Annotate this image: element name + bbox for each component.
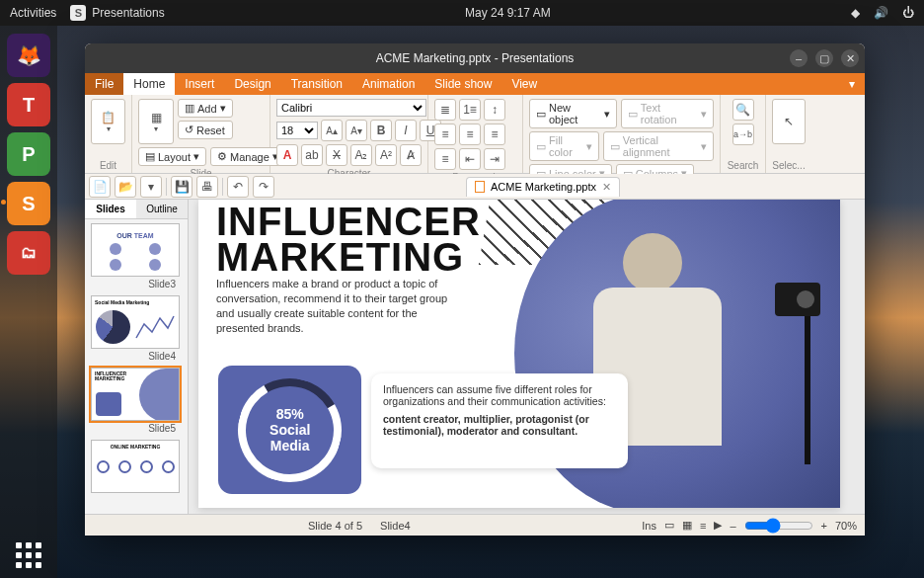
- thumbnails-list[interactable]: OUR TEAM Slide3 Social Media Marketing S…: [85, 219, 188, 514]
- superscript-button[interactable]: A²: [375, 144, 397, 166]
- show-apps-button[interactable]: [0, 542, 57, 568]
- stat-box[interactable]: 85%SocialMedia: [218, 366, 361, 494]
- network-icon[interactable]: ◆: [851, 6, 860, 20]
- ribbon: 📋▾ Edit ▦▾ ▥ Add ▾ ↺ Reset ▤ Layout ▾ ⚙ …: [85, 95, 865, 174]
- qa-open-button[interactable]: 📂: [115, 176, 136, 198]
- zoom-slider[interactable]: [744, 518, 813, 534]
- zoom-out-button[interactable]: –: [730, 520, 735, 532]
- close-tab-icon[interactable]: ✕: [602, 181, 611, 194]
- doc-icon: [475, 181, 485, 193]
- strikethrough-button[interactable]: X: [326, 144, 347, 166]
- clock[interactable]: May 24 9:17 AM: [465, 6, 551, 20]
- font-size-select[interactable]: 18: [276, 122, 318, 139]
- dock-textmaker-icon[interactable]: T: [7, 83, 50, 126]
- description-box[interactable]: Influencers can assume five different ro…: [371, 373, 628, 468]
- qa-undo-button[interactable]: ↶: [227, 176, 249, 198]
- grow-font-button[interactable]: A▴: [321, 120, 343, 141]
- shrink-font-button[interactable]: A▾: [346, 120, 367, 141]
- desc-line-2: content creator, multiplier, protagonist…: [383, 413, 616, 437]
- menu-animation[interactable]: Animation: [352, 73, 424, 95]
- active-app-name: Presentations: [92, 6, 164, 20]
- dock-files-icon[interactable]: 🗂: [7, 231, 50, 275]
- tab-slides[interactable]: Slides: [85, 200, 136, 218]
- add-slide-button[interactable]: ▥ Add ▾: [178, 99, 233, 118]
- fill-color-button[interactable]: ▭ Fill color ▾: [529, 131, 599, 161]
- indent-inc-button[interactable]: ⇥: [484, 148, 505, 170]
- align-right-button[interactable]: ≡: [484, 124, 505, 145]
- person-head: [623, 233, 682, 292]
- new-slide-button[interactable]: ▦▾: [138, 99, 174, 144]
- menu-dropdown[interactable]: ▾: [839, 73, 865, 95]
- numbering-button[interactable]: 1≡: [459, 99, 481, 121]
- bullets-button[interactable]: ≣: [434, 99, 456, 121]
- clear-format-button[interactable]: A̷: [400, 144, 422, 166]
- zoom-in-button[interactable]: +: [821, 520, 827, 532]
- current-slide[interactable]: INFLUENCERMARKETING Influencers make a b…: [198, 200, 840, 508]
- replace-button[interactable]: a→b: [732, 124, 754, 145]
- menu-transition[interactable]: Transition: [281, 73, 352, 95]
- new-object-button[interactable]: ▭ New object ▾: [529, 99, 617, 128]
- indent-dec-button[interactable]: ⇤: [459, 148, 481, 170]
- slide-name: Slide4: [380, 520, 411, 532]
- dock-firefox-icon[interactable]: 🦊: [7, 34, 50, 77]
- dock: 🦊 T P S 🗂: [0, 26, 57, 578]
- bold-button[interactable]: B: [370, 120, 392, 141]
- slide-editor[interactable]: INFLUENCERMARKETING Influencers make a b…: [189, 200, 865, 514]
- statusbar: Slide 4 of 5 Slide4 Ins ▭ ▦ ≡ ▶ – + 70%: [85, 514, 865, 536]
- menu-design[interactable]: Design: [224, 73, 280, 95]
- power-icon[interactable]: ⏻: [902, 6, 914, 20]
- text-rotation-button[interactable]: ▭ Text rotation ▾: [621, 99, 714, 128]
- italic-button[interactable]: I: [395, 120, 417, 141]
- menu-home[interactable]: Home: [123, 73, 175, 95]
- minimize-button[interactable]: –: [790, 49, 808, 67]
- qa-print-button[interactable]: 🖶: [196, 176, 218, 198]
- menu-slideshow[interactable]: Slide show: [424, 73, 501, 95]
- slide-position: Slide 4 of 5: [308, 520, 362, 532]
- reset-slide-button[interactable]: ↺ Reset: [178, 121, 233, 139]
- view-sorter-icon[interactable]: ▦: [682, 519, 692, 532]
- find-button[interactable]: 🔍: [732, 99, 754, 121]
- activities-button[interactable]: Activities: [10, 6, 56, 20]
- menu-file[interactable]: File: [85, 73, 123, 95]
- menu-insert[interactable]: Insert: [175, 73, 224, 95]
- paste-button[interactable]: 📋▾: [91, 99, 125, 144]
- close-button[interactable]: ✕: [841, 49, 859, 67]
- align-center-button[interactable]: ≡: [459, 124, 481, 145]
- volume-icon[interactable]: 🔊: [874, 6, 888, 20]
- qa-recent-button[interactable]: ▾: [140, 176, 162, 198]
- tab-outline[interactable]: Outline: [136, 200, 188, 218]
- view-normal-icon[interactable]: ▭: [664, 519, 674, 532]
- zoom-level[interactable]: 70%: [835, 520, 857, 532]
- qa-redo-button[interactable]: ↷: [253, 176, 274, 198]
- document-tab[interactable]: ACME Marketing.pptx ✕: [466, 177, 620, 197]
- window-title: ACME Marketing.pptx - Presentations: [376, 51, 575, 65]
- font-color-button[interactable]: A: [276, 144, 298, 166]
- maximize-button[interactable]: ▢: [815, 49, 833, 67]
- vertical-align-button[interactable]: ▭ Vertical alignment ▾: [603, 131, 714, 161]
- dock-presentations-icon[interactable]: S: [7, 182, 50, 225]
- qa-save-button[interactable]: 💾: [171, 176, 192, 198]
- select-button[interactable]: ↖: [772, 99, 806, 144]
- slide-thumbnail[interactable]: OUR TEAM: [91, 223, 180, 277]
- qa-new-button[interactable]: 📄: [89, 176, 111, 198]
- dock-planmaker-icon[interactable]: P: [7, 132, 50, 176]
- thumb-label: Slide4: [91, 351, 182, 362]
- linespacing-button[interactable]: ↕: [484, 99, 505, 121]
- slide-body-text[interactable]: Influencers make a brand or product a to…: [216, 277, 463, 335]
- slide-thumbnail[interactable]: Social Media Marketing: [91, 295, 180, 349]
- highlight-button[interactable]: ab: [301, 144, 323, 166]
- align-justify-button[interactable]: ≡: [434, 148, 456, 170]
- slide-title[interactable]: INFLUENCERMARKETING: [216, 204, 481, 275]
- active-app-indicator[interactable]: S Presentations: [70, 5, 164, 21]
- view-show-icon[interactable]: ▶: [714, 519, 722, 532]
- font-family-select[interactable]: Calibri: [276, 99, 426, 117]
- layout-button[interactable]: ▤ Layout ▾: [138, 147, 206, 166]
- align-left-button[interactable]: ≡: [434, 124, 456, 145]
- insert-mode[interactable]: Ins: [642, 520, 656, 532]
- slide-thumbnail-selected[interactable]: INFLUENCERMARKETING: [91, 368, 180, 421]
- slide-thumbnail[interactable]: ONLINE MARKETING: [91, 440, 180, 493]
- subscript-button[interactable]: A₂: [350, 144, 372, 166]
- view-outline-icon[interactable]: ≡: [700, 520, 706, 532]
- menu-view[interactable]: View: [501, 73, 547, 95]
- stat-percent: 85%: [275, 406, 303, 422]
